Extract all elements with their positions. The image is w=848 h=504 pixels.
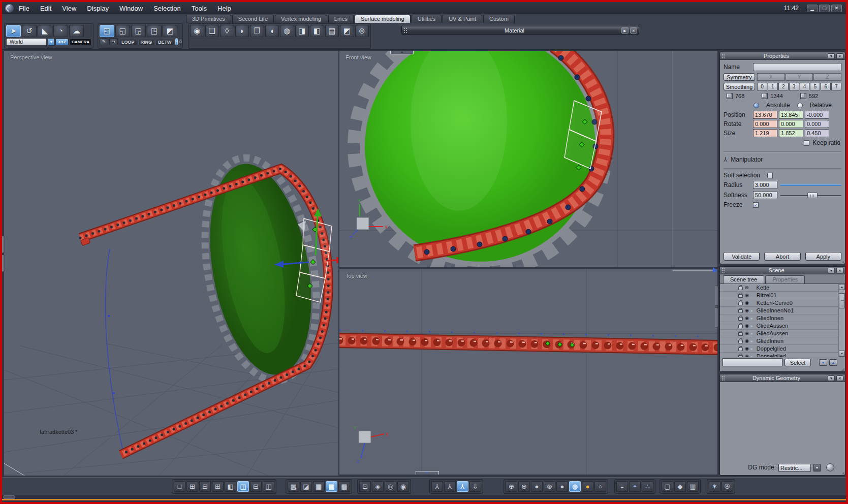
xyz-button[interactable]: XYZ bbox=[55, 39, 69, 45]
select-down-icon[interactable]: ▼ bbox=[819, 359, 827, 366]
show-hide-button[interactable]: ◉ bbox=[397, 481, 409, 492]
lock-icon[interactable] bbox=[738, 325, 743, 328]
render-sphere-button[interactable]: ✶ bbox=[709, 481, 720, 492]
left-panel-handle[interactable] bbox=[2, 236, 5, 253]
workspace-tab[interactable]: 3D Primitives bbox=[186, 15, 231, 23]
box-lock-button[interactable]: ◪ bbox=[300, 481, 312, 492]
dome-smooth-button[interactable]: ◓ bbox=[629, 481, 641, 492]
abort-button[interactable]: Abort bbox=[764, 252, 800, 261]
wire-cube-button[interactable]: ▢ bbox=[662, 481, 673, 492]
shade-flat-wire-button[interactable]: ⊛ bbox=[544, 481, 555, 492]
material-drag-handle[interactable] bbox=[403, 27, 407, 33]
panel-close-icon[interactable]: ✕ bbox=[836, 375, 843, 381]
surface-tool-6-button[interactable]: ◖ bbox=[265, 25, 279, 37]
perspective-viewport[interactable]: Y Z Perspective view fahradkette03 * bbox=[4, 51, 338, 476]
manipulator-rotate-button[interactable]: ⅄ bbox=[457, 481, 468, 492]
scene-title-bar[interactable]: Scene ▼ ✕ bbox=[720, 267, 845, 274]
scene-tree-row[interactable]: ◉ ▸ GliedInnen bbox=[720, 314, 838, 322]
top-viewport[interactable]: X Y Z Top view ▼ bbox=[339, 269, 717, 475]
radius-field[interactable]: 3.000 bbox=[753, 181, 777, 189]
sphere-cluster-button[interactable]: ∴ bbox=[642, 481, 653, 492]
viewport-collapse-notch[interactable]: ▼ bbox=[416, 471, 439, 475]
scene-tree-row[interactable]: ◉ ▸ GliedAussen bbox=[720, 330, 838, 337]
panel-drag-handle[interactable] bbox=[721, 268, 725, 273]
dynamic-geometry-title-bar[interactable]: Dynamic Geometry ▼ ✕ bbox=[720, 374, 845, 382]
maximize-button[interactable]: ▢ bbox=[819, 5, 830, 12]
lock-icon[interactable] bbox=[738, 287, 743, 290]
lock-icon[interactable] bbox=[738, 302, 743, 305]
transform-y-field[interactable]: 0.000 bbox=[779, 120, 803, 128]
eye-icon[interactable]: ◉ bbox=[745, 353, 749, 357]
softness-field[interactable]: 50.000 bbox=[753, 191, 777, 199]
lock-icon[interactable] bbox=[738, 348, 743, 351]
scene-search-field[interactable] bbox=[723, 358, 782, 366]
lasso-tool-button[interactable]: ◣ bbox=[38, 25, 52, 37]
scroll-up-icon[interactable]: ▲ bbox=[839, 284, 845, 290]
workspace-tab[interactable]: Custom bbox=[483, 15, 515, 23]
scene-tree-row[interactable]: ⊜ Kette bbox=[720, 284, 838, 292]
layout-quad-button[interactable]: ⊞ bbox=[186, 481, 198, 492]
menu-item[interactable]: Selection bbox=[153, 5, 180, 12]
ghost-hide-tool-button[interactable]: ☁ bbox=[69, 25, 84, 37]
status-handle[interactable] bbox=[3, 495, 15, 499]
eye-icon[interactable]: ◉ bbox=[745, 330, 749, 337]
surface-tool-4-button[interactable]: ◗ bbox=[235, 25, 249, 37]
menu-item[interactable]: Tools bbox=[192, 5, 207, 12]
bevel-prism-button[interactable]: ◆ bbox=[674, 481, 686, 492]
select-up-icon[interactable]: ▲ bbox=[829, 359, 837, 366]
smoothing-level-button[interactable]: 5 bbox=[810, 83, 820, 90]
surface-tool-11-button[interactable]: ◩ bbox=[340, 25, 354, 37]
panel-collapse-icon[interactable]: ▼ bbox=[828, 268, 835, 273]
circle-select-button[interactable]: ○ bbox=[179, 38, 182, 45]
ring-select-button[interactable]: RING bbox=[138, 39, 155, 45]
grid-side-plane-button[interactable]: ▤ bbox=[338, 481, 350, 492]
smoothing-level-button[interactable]: 6 bbox=[821, 83, 831, 90]
smoothing-level-button[interactable]: 7 bbox=[831, 83, 841, 90]
scrollbar-thumb[interactable] bbox=[839, 293, 845, 308]
tree-expand-icon[interactable]: ▸ bbox=[751, 316, 755, 321]
manipulator-drop-button[interactable]: ⇩ bbox=[469, 481, 481, 492]
panels-button[interactable]: ▥ bbox=[687, 481, 699, 492]
lock-icon[interactable] bbox=[738, 332, 743, 336]
shade-smooth-button[interactable]: ● bbox=[556, 481, 568, 492]
symmetry-button[interactable]: Symmetry bbox=[724, 73, 755, 81]
lock-icon[interactable] bbox=[738, 294, 743, 298]
name-field[interactable] bbox=[753, 63, 841, 71]
smoothing-level-button[interactable]: 3 bbox=[789, 83, 799, 90]
surface-tool-8-button[interactable]: ◨ bbox=[295, 25, 309, 37]
dg-preview-sphere[interactable] bbox=[826, 463, 834, 471]
smoothing-button[interactable]: Smoothing bbox=[724, 83, 755, 90]
scene-tree-row[interactable]: ◉ Ritzel01 bbox=[720, 292, 838, 299]
splitter-arrow-icon[interactable] bbox=[713, 267, 716, 272]
menu-item[interactable]: View bbox=[62, 5, 76, 12]
menu-item[interactable]: Display bbox=[87, 5, 109, 12]
workspace-tab[interactable]: Vertex modeling bbox=[275, 15, 327, 23]
grid-lock-button[interactable]: ▩ bbox=[288, 481, 299, 492]
workspace-tab[interactable]: Second Life bbox=[232, 15, 274, 23]
shade-wireframe-button[interactable]: ⊕ bbox=[506, 481, 517, 492]
left-panel-handle[interactable] bbox=[2, 255, 5, 272]
scene-tree-row[interactable]: ◉ ▸ GliedInnenNo1 bbox=[720, 307, 838, 314]
workspace-tab[interactable]: Lines bbox=[328, 15, 354, 23]
tab-scene-properties[interactable]: Properties bbox=[765, 275, 805, 284]
resize-grip[interactable]: ◢ bbox=[841, 470, 844, 475]
grow-select-button[interactable]: ↪ bbox=[109, 38, 118, 45]
material-close-icon[interactable]: ✕ bbox=[630, 27, 637, 34]
dg-mode-dropdown-icon[interactable]: ▼ bbox=[813, 464, 821, 471]
lock-icon[interactable] bbox=[738, 317, 743, 321]
workspace-tab[interactable]: Surface modeling bbox=[355, 15, 411, 23]
grid-ground-plane-button[interactable]: ▦ bbox=[326, 481, 337, 492]
eye-icon[interactable]: ◉ bbox=[745, 307, 749, 314]
top-canvas[interactable]: X Y Z bbox=[339, 269, 717, 475]
material-expand-icon[interactable]: ▶ bbox=[621, 27, 629, 34]
paint-select-button[interactable]: ✎ bbox=[100, 38, 108, 45]
panel-close-icon[interactable]: ✕ bbox=[836, 268, 843, 273]
tree-expand-icon[interactable]: ▸ bbox=[751, 331, 755, 336]
transform-x-field[interactable]: 1.219 bbox=[753, 129, 777, 137]
frame-selection-button[interactable]: ⊡ bbox=[359, 481, 371, 492]
lock-icon[interactable] bbox=[738, 309, 743, 313]
resize-grip[interactable]: ◢ bbox=[841, 367, 844, 371]
eye-icon[interactable]: ⊜ bbox=[745, 284, 749, 291]
shade-material-button[interactable]: ● bbox=[582, 481, 593, 492]
tab-scene-tree[interactable]: Scene tree bbox=[723, 275, 764, 284]
